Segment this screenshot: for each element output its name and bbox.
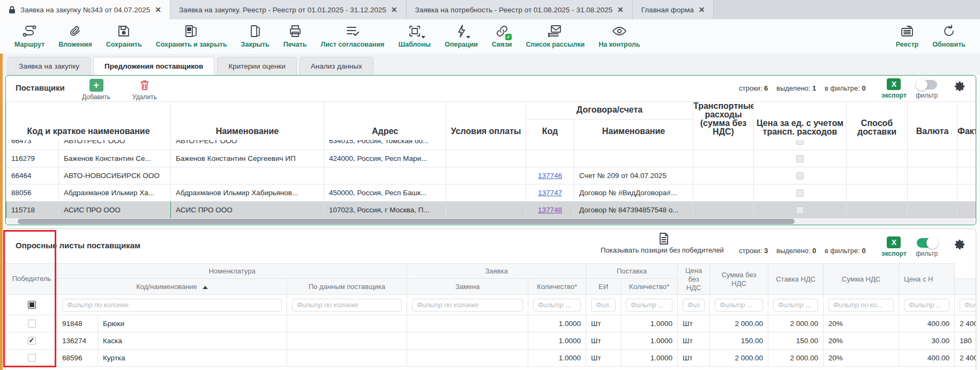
col-header-request-unit[interactable]: ЕИ <box>586 279 621 295</box>
col-header-delivery-qty[interactable]: Количество* <box>621 279 678 295</box>
close-icon[interactable]: ✕ <box>617 5 624 14</box>
unit-price-checkbox[interactable] <box>796 206 804 214</box>
on-control-button[interactable]: На контроль <box>592 24 647 48</box>
table-row[interactable]: 91848 Брюки 1.0000 Шт 1.0000 Шт 2 000.00… <box>6 315 977 332</box>
filter-input-replacement[interactable] <box>412 299 523 312</box>
show-positions-without-winners-label[interactable]: Показывать позиции без победителей <box>593 246 732 254</box>
approval-sheet-button[interactable]: Лист согласования <box>313 24 391 48</box>
filter-input-delivery-unit[interactable] <box>683 299 705 312</box>
filter-input-by-supplier[interactable] <box>292 299 402 312</box>
unit-price-checkbox[interactable] <box>796 172 804 180</box>
lock-icon <box>9 6 16 14</box>
questionnaires-settings-gear-icon[interactable] <box>953 238 966 253</box>
col-header-replacement[interactable]: Замена <box>407 279 528 295</box>
operations-button[interactable]: Операции <box>438 24 485 48</box>
winner-checkbox[interactable] <box>28 354 36 362</box>
add-supplier-button[interactable]: + Добавить <box>82 79 110 101</box>
suppliers-table-header: Код и краткое наименование Наименование … <box>6 101 976 140</box>
filter-input-code-name[interactable] <box>62 299 282 312</box>
contract-link[interactable]: 137746 <box>538 172 562 180</box>
templates-button[interactable]: Шаблоны <box>391 24 438 48</box>
printer-icon <box>288 24 302 39</box>
print-button[interactable]: Печать <box>276 24 314 48</box>
filter-input-request-unit[interactable] <box>591 299 616 312</box>
table-row[interactable]: 136274 Каска 1.0000 Шт 1.0000 Шт 150.00 … <box>6 332 977 350</box>
filter-input-delivery-qty[interactable] <box>626 299 672 312</box>
table-row[interactable]: 66473 АВТОТРЕСТ ООО АВТОТРЕСТ ООО 634015… <box>6 140 977 150</box>
col-header-name[interactable]: Наименование <box>171 102 324 140</box>
col-header-delivery-unit[interactable]: ЕИ <box>955 279 976 295</box>
suppliers-export-button[interactable]: X экспорт <box>881 78 907 99</box>
winner-checkbox[interactable] <box>28 337 36 345</box>
questionnaires-export-button[interactable]: X экспорт <box>881 236 907 257</box>
col-header-code-name[interactable]: Код/наименование <box>57 279 287 295</box>
col-header-payment-terms[interactable]: Условия оплаты <box>446 102 526 140</box>
col-header-vat-rate[interactable]: Ставка НДС <box>768 264 824 295</box>
tab-supplier-offers[interactable]: Предложения поставщиков <box>93 57 214 75</box>
horizontal-scrollbar[interactable] <box>7 218 975 225</box>
contract-link[interactable]: 137747 <box>538 189 562 197</box>
col-header-contract-code[interactable]: Код <box>526 120 574 140</box>
close-button[interactable]: Закрыть <box>234 24 276 48</box>
table-row[interactable]: 88056 Абдрахманов Ильмир Ха... Абдрахман… <box>6 184 977 201</box>
filter-input-vat-sum[interactable] <box>904 299 949 312</box>
save-and-close-button[interactable]: Сохранить и закрыть <box>149 24 234 48</box>
close-icon[interactable]: ✕ <box>155 5 161 14</box>
filter-input-sum-no-vat[interactable] <box>773 299 818 312</box>
filter-input-price-no-vat[interactable] <box>715 299 763 312</box>
doc-tab-purchase-registry[interactable]: Заявка на закупку. Реестр - Реестр от 01… <box>170 0 407 19</box>
tab-data-analysis[interactable]: Анализ данных <box>300 57 373 75</box>
unit-price-checkbox[interactable] <box>796 140 804 145</box>
table-row[interactable]: 68596 Куртка 1.0000 Шт 1.0000 Шт 2 000.0… <box>6 350 977 367</box>
registry-button[interactable]: Реестр <box>889 24 925 48</box>
col-header-price-no-vat[interactable]: Цена без НДС <box>678 264 710 295</box>
suppliers-settings-gear-icon[interactable] <box>953 80 966 95</box>
table-row[interactable]: 116279 Баженов Константин Се... Баженов … <box>6 150 977 167</box>
questionnaires-filter-toggle[interactable]: фильтр <box>916 238 938 257</box>
col-header-by-supplier[interactable]: По данным поставщика <box>287 279 407 295</box>
tab-purchase-request[interactable]: Заявка на закупку <box>8 57 91 75</box>
doc-tab-need-registry[interactable]: Заявка на потребность - Реестр от 01.08.… <box>407 0 633 19</box>
close-icon[interactable]: ✕ <box>699 5 705 14</box>
route-button[interactable]: Маршрут <box>8 24 51 48</box>
template-icon <box>408 24 422 39</box>
close-icon[interactable]: ✕ <box>391 5 398 14</box>
winner-checkbox[interactable] <box>28 320 36 328</box>
doc-tab-purchase-request[interactable]: Заявка на закупку №343 от 04.07.2025 ✕ <box>0 0 170 19</box>
mailing-list-button[interactable]: Список рассылки <box>519 24 592 48</box>
col-header-vat-sum[interactable]: Сумма НДС <box>824 264 899 295</box>
winner-select-all-checkbox[interactable] <box>28 301 36 309</box>
suppliers-filter-toggle[interactable]: фильтр <box>916 80 938 99</box>
col-header-currency[interactable]: Валюта <box>908 102 957 140</box>
filter-input-vat-rate[interactable] <box>828 299 894 312</box>
col-header-contract-name[interactable]: Наименование <box>574 120 693 140</box>
tab-evaluation-criteria[interactable]: Критерии оценки <box>217 57 296 75</box>
unit-price-checkbox[interactable] <box>796 155 804 162</box>
col-header-code-short[interactable]: Код и краткое наименование <box>6 102 171 140</box>
delete-supplier-button[interactable]: Удалить <box>132 79 157 101</box>
eye-icon <box>611 24 627 39</box>
table-row-selected[interactable]: 115718 АСИС ПРО ООО АСИС ПРО ООО 107023,… <box>6 201 977 218</box>
links-button[interactable]: ✓ Связи <box>485 24 519 48</box>
col-header-price-with-vat[interactable]: Цена с Н <box>899 264 955 295</box>
filter-input-price-with-vat[interactable] <box>960 299 976 312</box>
col-header-request-qty[interactable]: Количество* <box>528 279 586 295</box>
col-header-address[interactable]: Адрес <box>324 102 446 140</box>
envelope-list-icon <box>548 24 563 39</box>
table-row[interactable]: 66464 АВТО-НОВОСИБИРСК ООО 137746 Счет №… <box>6 167 977 184</box>
refresh-button[interactable]: Обновить <box>925 24 972 48</box>
contract-link[interactable]: 137748 <box>538 206 562 214</box>
col-group-request: Заявка <box>407 264 586 279</box>
attachments-button[interactable]: Вложения <box>51 24 99 48</box>
scrollbar-thumb[interactable] <box>18 219 795 224</box>
filter-input-request-qty[interactable] <box>533 299 581 312</box>
col-header-winner[interactable]: Победитель <box>6 264 57 295</box>
col-header-sum-no-vat[interactable]: Сумма без НДС <box>710 264 768 295</box>
col-header-unit-price[interactable]: Цена за ед. с учетом трансп. расходов <box>754 102 847 140</box>
col-header-actual[interactable]: Фактиче <box>957 102 976 140</box>
unit-price-checkbox[interactable] <box>796 189 804 197</box>
col-header-delivery-method[interactable]: Способ доставки <box>847 102 908 140</box>
col-header-transport-costs[interactable]: Транспортные расходы (сумма без НДС) <box>693 102 754 140</box>
doc-tab-main-form[interactable]: Главная форма ✕ <box>633 0 714 19</box>
save-button[interactable]: Сохранить <box>99 24 149 48</box>
